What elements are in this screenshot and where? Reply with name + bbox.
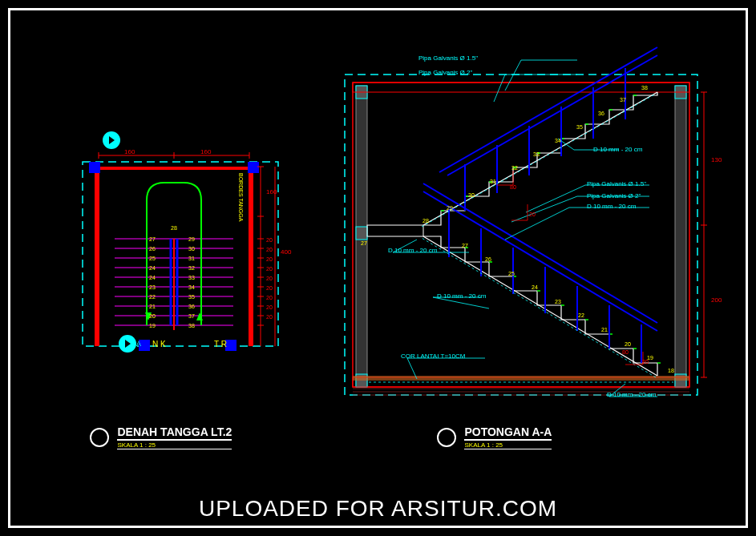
- section-title: POTONGAN A-A: [464, 425, 552, 441]
- svg-rect-7: [225, 340, 237, 351]
- plan-r-36r: 36: [188, 304, 195, 309]
- plan-r-22l: 22: [149, 294, 156, 300]
- svg-rect-50: [353, 83, 689, 92]
- sn35: 35: [576, 124, 583, 130]
- watermark-text: UPLOADED FOR ARSITUR.COM: [0, 496, 756, 522]
- rebar-4: D 10 mm - 20 cm: [437, 292, 486, 300]
- section-view: [337, 44, 722, 413]
- section-scale: SKALA 1 : 25: [464, 441, 552, 449]
- svg-rect-56: [353, 376, 689, 381]
- title-marker-icon: [90, 428, 109, 447]
- pipa-15-mid: Pipa Galvanis Ø 1.5": [587, 180, 646, 187]
- plan-r-21l: 21: [149, 304, 156, 309]
- sn29: 29: [447, 205, 453, 211]
- rd1: 20: [266, 247, 273, 252]
- plan-title: DENAH TANGGA LT.2: [117, 425, 232, 441]
- nk-label: N K: [152, 340, 166, 349]
- svg-rect-42: [353, 83, 689, 387]
- plan-r-33r: 33: [188, 275, 195, 280]
- rd7: 20: [266, 304, 273, 310]
- landing-27: 27: [361, 240, 367, 246]
- run-80b: 80: [622, 349, 629, 355]
- plan-view: [68, 120, 293, 377]
- dim-200: 200: [711, 296, 722, 304]
- section-title-block: POTONGAN A-A SKALA 1 : 25: [437, 425, 552, 449]
- cad-drawing-area: 160 160 160 400 BORDES TANGGA N K T R 28…: [0, 0, 756, 536]
- svg-rect-41: [345, 75, 697, 395]
- cor-label: COR LANTAI T=10CM: [401, 353, 465, 360]
- plan-r-23l: 23: [149, 284, 156, 290]
- section-arrow-top-icon: [103, 131, 120, 149]
- plan-r-32r: 32: [188, 265, 195, 271]
- pipa-2-mid: Pipa Galvanis Ø 2": [587, 192, 641, 199]
- pipa-15-top: Pipa Galvanis Ø 1.5": [418, 54, 478, 62]
- rd6: 20: [266, 295, 273, 300]
- rise-20a: 20: [529, 212, 536, 217]
- plan-scale: SKALA 1 : 25: [117, 441, 232, 449]
- sn19: 19: [647, 355, 653, 361]
- sn20: 20: [625, 341, 631, 347]
- sn31: 31: [490, 179, 496, 184]
- sn22: 22: [578, 312, 584, 318]
- sn21: 21: [601, 327, 608, 332]
- rd5: 20: [266, 285, 273, 291]
- sn32: 32: [511, 165, 518, 171]
- sn38: 38: [641, 85, 648, 91]
- sn34: 34: [555, 138, 561, 143]
- plan-r-20l: 20: [149, 313, 156, 319]
- plan-r-24l: 24: [149, 265, 156, 271]
- plan-r-24l2: 24: [149, 275, 156, 280]
- svg-rect-51: [367, 225, 423, 236]
- plan-r-35r: 35: [188, 294, 195, 300]
- plan-r-27l: 27: [149, 236, 156, 242]
- dim-160-r: 160: [266, 188, 277, 195]
- rd8: 20: [266, 314, 273, 320]
- sn33: 33: [533, 151, 540, 157]
- rebar-3: D 10 mm - 20 cm: [388, 247, 437, 254]
- run-80a: 80: [510, 184, 516, 190]
- sn37: 37: [620, 97, 626, 103]
- section-arrow-bot-icon: [119, 335, 136, 353]
- sn28: 28: [422, 218, 429, 224]
- dim-160-a: 160: [124, 148, 135, 155]
- rebar-2: D 10 mm - 20 cm: [587, 203, 636, 210]
- rebar-1: D 10 mm - 20 cm: [593, 146, 642, 153]
- sn25: 25: [508, 271, 515, 276]
- plan-r-25l: 25: [149, 256, 156, 261]
- dim-130: 130: [711, 156, 722, 163]
- sn26: 26: [485, 256, 491, 262]
- rebar-5: D 10 mm - 20 cm: [607, 391, 656, 398]
- sec-letter-a: A: [136, 340, 141, 348]
- plan-title-block: DENAH TANGGA LT.2 SKALA 1 : 25: [90, 425, 232, 449]
- pipa-2-top: Pipa Galvanis Ø 2": [418, 69, 472, 76]
- plan-r-19l: 19: [149, 323, 156, 328]
- rd2: 20: [266, 256, 273, 262]
- plan-r-37r: 37: [188, 313, 195, 319]
- sn36: 36: [598, 111, 604, 116]
- plan-r-31r: 31: [188, 256, 195, 261]
- title-marker-icon: [437, 428, 456, 447]
- svg-rect-5: [248, 162, 259, 173]
- dim-160-b: 160: [200, 148, 211, 155]
- sn27: 27: [462, 243, 468, 248]
- plan-r-38r: 38: [188, 323, 195, 328]
- rd3: 20: [266, 266, 273, 272]
- sn18: 18: [668, 368, 674, 373]
- bordes-label: BORDES TANGGA: [238, 173, 244, 221]
- sn23: 23: [555, 299, 561, 304]
- sn24: 24: [532, 284, 538, 290]
- landing-28: 28: [171, 225, 177, 231]
- svg-rect-4: [89, 162, 100, 173]
- sn30: 30: [468, 192, 475, 198]
- plan-r-29r: 29: [188, 236, 195, 242]
- svg-rect-49: [356, 227, 367, 240]
- svg-rect-44: [675, 86, 686, 387]
- rd4: 20: [266, 276, 273, 281]
- rd0: 20: [266, 237, 273, 243]
- tr-label: T R: [214, 340, 227, 349]
- dim-400: 400: [281, 248, 291, 256]
- plan-r-34r: 34: [188, 284, 195, 290]
- plan-r-26l: 26: [149, 246, 156, 252]
- plan-r-30r: 30: [188, 246, 195, 252]
